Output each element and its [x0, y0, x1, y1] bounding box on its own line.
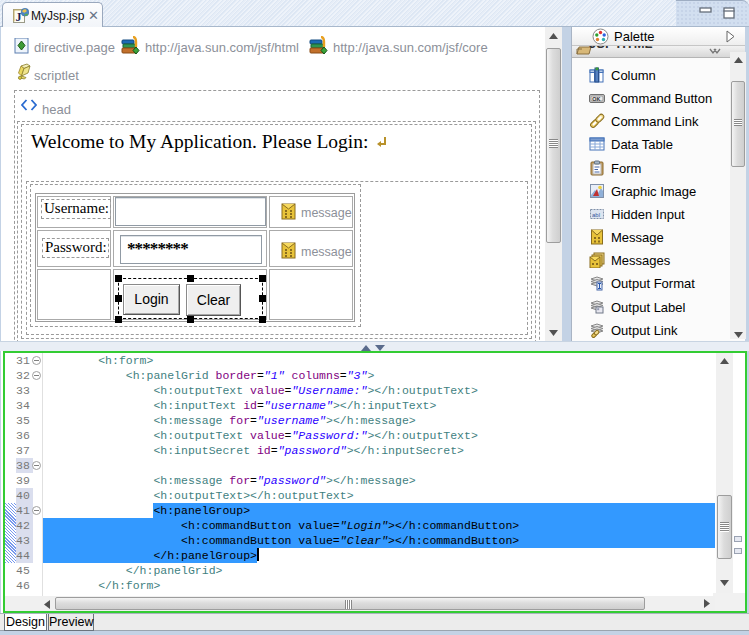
svg-text:J: J	[16, 10, 22, 24]
svg-text:abl: abl	[592, 212, 600, 218]
svg-text:OK: OK	[592, 96, 600, 102]
